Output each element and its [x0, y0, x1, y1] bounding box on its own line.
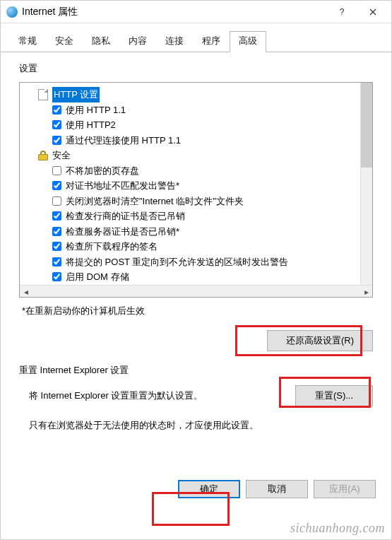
- reset-section-desc: 只有在浏览器处于无法使用的状态时，才应使用此设置。: [19, 419, 373, 432]
- checkbox[interactable]: [52, 257, 61, 266]
- tab-connections[interactable]: 连接: [156, 31, 193, 52]
- reset-section-heading: 重置 Internet Explorer 设置: [19, 364, 373, 377]
- list-item[interactable]: 对证书地址不匹配发出警告*: [25, 178, 369, 194]
- list-item[interactable]: 通过代理连接使用 HTTP 1.1: [25, 133, 369, 148]
- checkbox[interactable]: [52, 196, 61, 206]
- checkbox[interactable]: [52, 136, 61, 145]
- list-item[interactable]: 关闭浏览器时清空"Internet 临时文件"文件夹: [25, 194, 369, 209]
- cancel-button[interactable]: 取消: [246, 480, 308, 498]
- horizontal-scrollbar[interactable]: ◂ ▸: [20, 285, 372, 297]
- globe-icon: [6, 6, 18, 18]
- list-item[interactable]: 将提交的 POST 重定向到不允许发送的区域时发出警告: [25, 254, 369, 270]
- list-item[interactable]: 启用 DOM 存储: [25, 269, 369, 285]
- list-item[interactable]: 使用 HTTP 1.1: [25, 102, 369, 118]
- checkbox[interactable]: [52, 166, 61, 175]
- checkbox[interactable]: [52, 272, 61, 281]
- tree-heading-security: 安全: [25, 148, 369, 163]
- checkbox[interactable]: [52, 211, 61, 221]
- tab-privacy[interactable]: 隐私: [83, 31, 119, 52]
- tab-general[interactable]: 常规: [9, 31, 46, 52]
- scroll-right-icon[interactable]: ▸: [360, 286, 372, 298]
- close-button[interactable]: [357, 1, 388, 23]
- heading-http-label: HTTP 设置: [52, 87, 100, 102]
- checkbox[interactable]: [52, 105, 61, 115]
- scroll-left-icon[interactable]: ◂: [20, 286, 32, 298]
- checkbox[interactable]: [52, 120, 61, 129]
- list-item[interactable]: 检查所下载程序的签名: [25, 239, 369, 254]
- tab-advanced[interactable]: 高级: [230, 31, 266, 52]
- apply-button[interactable]: 应用(A): [314, 480, 376, 498]
- watermark: sichuanhong.com: [290, 521, 385, 536]
- checkbox[interactable]: [52, 227, 61, 236]
- settings-label: 设置: [19, 62, 373, 75]
- tab-security[interactable]: 安全: [46, 31, 83, 52]
- list-item[interactable]: 检查服务器证书是否已吊销*: [25, 224, 369, 240]
- close-icon: [369, 8, 376, 16]
- checkbox[interactable]: [52, 181, 61, 190]
- heading-security-label: 安全: [52, 148, 71, 163]
- dialog-button-row: 确定 取消 应用(A): [1, 480, 391, 508]
- vertical-scrollbar[interactable]: [360, 83, 372, 285]
- list-item[interactable]: 检查发行商的证书是否已吊销: [25, 209, 369, 224]
- help-button[interactable]: ?: [326, 1, 357, 23]
- tab-programs[interactable]: 程序: [193, 31, 230, 52]
- reset-button[interactable]: 重置(S)...: [295, 385, 373, 406]
- tab-strip: 常规 安全 隐私 内容 连接 程序 高级: [1, 23, 391, 52]
- scrollbar-thumb[interactable]: [361, 83, 372, 168]
- tab-content[interactable]: 内容: [119, 31, 156, 52]
- page-icon: [38, 89, 48, 100]
- window-title: Internet 属性: [22, 6, 326, 18]
- lock-icon: [38, 151, 48, 160]
- restore-defaults-button[interactable]: 还原高级设置(R): [267, 330, 373, 351]
- ok-button[interactable]: 确定: [178, 480, 240, 498]
- reset-section-text: 将 Internet Explorer 设置重置为默认设置。: [19, 389, 203, 402]
- tree-heading-http: HTTP 设置: [25, 87, 369, 102]
- checkbox[interactable]: [52, 242, 61, 251]
- list-item[interactable]: 不将加密的页存盘: [25, 163, 369, 179]
- titlebar: Internet 属性 ?: [1, 1, 391, 23]
- settings-listbox[interactable]: HTTP 设置 使用 HTTP 1.1 使用 HTTP2 通过代理连接使用 HT…: [19, 82, 373, 298]
- restart-note: *在重新启动你的计算机后生效: [22, 305, 373, 317]
- list-item[interactable]: 使用 HTTP2: [25, 117, 369, 133]
